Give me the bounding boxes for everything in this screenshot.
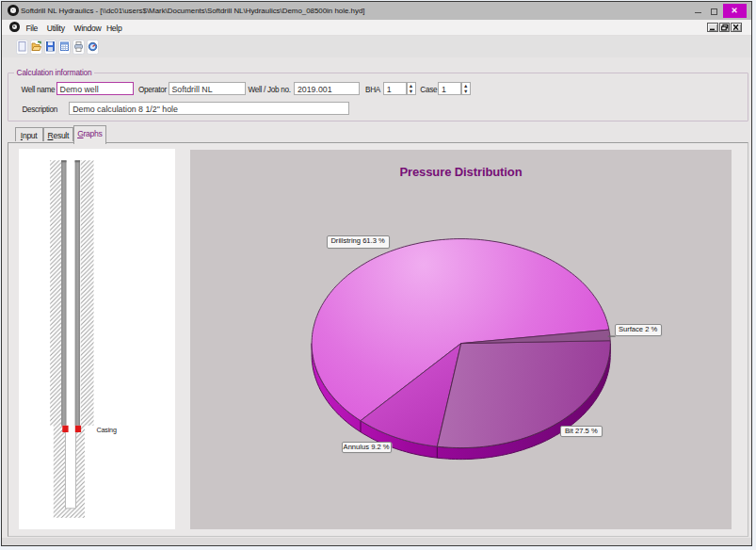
svg-text:Casing: Casing [97,426,117,434]
